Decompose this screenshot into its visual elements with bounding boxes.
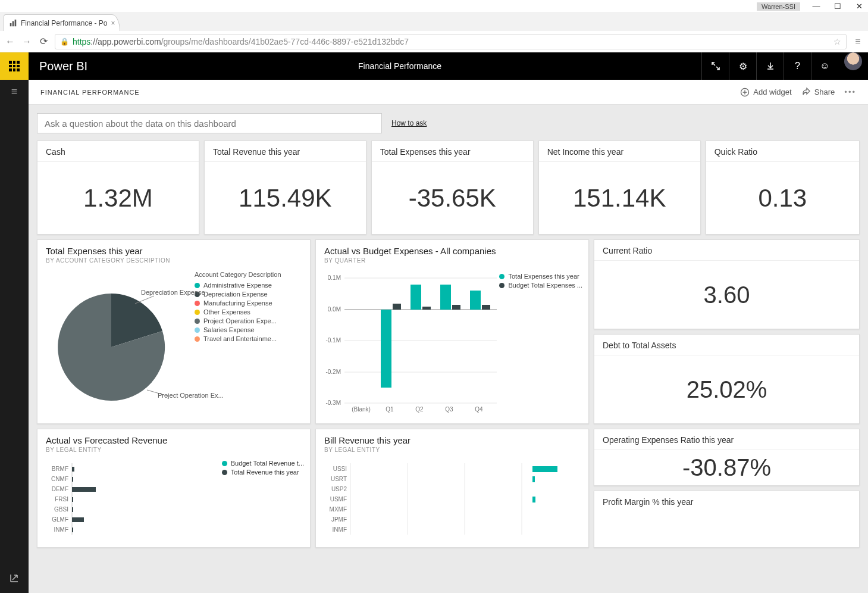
add-widget-button[interactable]: Add widget	[740, 88, 791, 97]
hbar1-legend: Budget Total Revenue t... Total Revenue …	[222, 458, 304, 477]
browser-menu-icon[interactable]: ≡	[853, 36, 863, 47]
svg-text:0.0M: 0.0M	[328, 306, 341, 313]
more-button[interactable]: •••	[844, 88, 856, 96]
svg-text:0.1M: 0.1M	[328, 274, 341, 281]
svg-text:INMF: INMF	[333, 526, 347, 533]
svg-rect-20	[440, 285, 451, 310]
download-button[interactable]	[756, 52, 784, 80]
tab-close-icon[interactable]: ×	[111, 19, 115, 27]
svg-text:GBSI: GBSI	[54, 506, 68, 513]
os-user-tag: Warren-SSI	[757, 2, 800, 11]
url-input[interactable]: 🔒 https ://app.powerbi.com /groups/me/da…	[55, 34, 847, 49]
svg-text:BRMF: BRMF	[52, 466, 68, 472]
app-launcher-button[interactable]	[0, 52, 29, 80]
kpi-tile-profit-margin[interactable]: Profit Margin % this year	[594, 491, 860, 548]
os-title-bar: Warren-SSI — ☐ ✕	[0, 0, 868, 13]
forward-button[interactable]: →	[21, 36, 32, 47]
user-avatar[interactable]	[844, 52, 862, 70]
minimize-button[interactable]: —	[811, 2, 822, 11]
svg-rect-41	[72, 507, 73, 512]
svg-rect-19	[422, 307, 431, 310]
app-top-bar: Power BI Financial Performance ⚙ ? ☺	[0, 52, 868, 80]
tab-title: Financial Performance - Po	[21, 19, 107, 27]
bar-chart-svg: 0.1M 0.0M -0.1M -0.2M -0.3M	[324, 271, 503, 414]
kpi-tile-cash[interactable]: Cash 1.32M	[37, 141, 199, 235]
share-button[interactable]: Share	[801, 88, 835, 97]
svg-text:USMF: USMF	[330, 496, 347, 503]
hbar1-svg: BRMFCNMFDEMF FRSIGBSIGLMFINMF	[46, 460, 224, 544]
svg-text:-0.3M: -0.3M	[325, 400, 341, 406]
browser-toolbar: ← → ⟳ 🔒 https ://app.powerbi.com /groups…	[0, 31, 868, 52]
svg-rect-42	[72, 517, 84, 522]
reload-button[interactable]: ⟳	[38, 36, 49, 47]
tile-expenses-pie[interactable]: Total Expenses this year BY ACCOUNT CATE…	[37, 239, 311, 424]
svg-text:-0.1M: -0.1M	[325, 337, 341, 344]
lock-icon: 🔒	[60, 38, 69, 46]
kpi-tile-opex-ratio[interactable]: Operating Expenses Ratio this year -30.8…	[594, 429, 860, 486]
tile-budget-bars[interactable]: Actual vs Budget Expenses - All companie…	[315, 239, 589, 424]
svg-rect-40	[72, 497, 73, 502]
svg-rect-2	[15, 19, 17, 26]
svg-text:USP2: USP2	[331, 486, 347, 492]
nav-menu-icon[interactable]: ≡	[11, 86, 18, 98]
browser-tab[interactable]: Financial Performance - Po ×	[4, 14, 120, 31]
breadcrumb: FINANCIAL PERFORMANCE	[40, 89, 140, 96]
back-button[interactable]: ←	[5, 36, 15, 47]
svg-rect-57	[532, 497, 535, 503]
svg-rect-1	[12, 21, 14, 26]
svg-text:USSI: USSI	[333, 466, 347, 472]
svg-rect-38	[72, 477, 73, 482]
brand-label: Power BI	[29, 60, 98, 73]
svg-rect-43	[72, 528, 73, 532]
url-path: /groups/me/dashboards/41b02ae5-77cd-446c…	[161, 37, 409, 46]
fullscreen-button[interactable]	[701, 52, 729, 80]
settings-button[interactable]: ⚙	[729, 52, 756, 80]
svg-text:Q2: Q2	[415, 406, 424, 413]
browser-tab-strip: Financial Performance - Po ×	[0, 13, 868, 31]
svg-text:-0.2M: -0.2M	[325, 369, 341, 375]
share-icon	[801, 88, 811, 97]
svg-line-4	[135, 296, 154, 304]
svg-rect-39	[72, 487, 96, 492]
svg-rect-55	[532, 466, 557, 472]
kpi-tile-expenses[interactable]: Total Expenses this year -35.65K	[371, 141, 534, 235]
favicon-icon	[9, 19, 17, 27]
feedback-button[interactable]: ☺	[811, 52, 838, 80]
help-button[interactable]: ?	[784, 52, 811, 80]
dashboard-canvas: How to ask Cash 1.32M Total Revenue this…	[29, 105, 868, 593]
kpi-tile-revenue[interactable]: Total Revenue this year 115.49K	[204, 141, 366, 235]
svg-text:USRT: USRT	[331, 476, 347, 482]
svg-rect-22	[470, 291, 481, 310]
qa-input[interactable]	[37, 113, 382, 133]
kpi-tile-quick-ratio[interactable]: Quick Ratio 0.13	[706, 141, 860, 235]
tile-forecasted-revenue[interactable]: Actual vs Forecasted Revenue BY LEGAL EN…	[37, 429, 311, 548]
hbar2-svg: USSIUSRTUSP2 USMFMXMFJPMFINMF	[324, 460, 580, 544]
svg-rect-17	[393, 304, 401, 310]
tile-bill-revenue[interactable]: Bill Revenue this year BY LEGAL ENTITY U…	[315, 429, 589, 548]
sub-header: FINANCIAL PERFORMANCE Add widget Share •…	[29, 80, 868, 105]
close-window-button[interactable]: ✕	[854, 2, 864, 11]
svg-text:Q4: Q4	[475, 406, 483, 413]
waffle-icon	[9, 61, 20, 71]
svg-text:DEMF: DEMF	[52, 486, 68, 492]
kpi-tile-debt[interactable]: Debt to Total Assets 25.02%	[594, 334, 860, 424]
dashboard-title: Financial Performance	[98, 61, 701, 71]
svg-rect-18	[411, 285, 421, 310]
svg-text:CNMF: CNMF	[51, 476, 68, 482]
svg-text:FRSI: FRSI	[55, 496, 68, 503]
kpi-tile-netincome[interactable]: Net Income this year 151.14K	[538, 141, 701, 235]
svg-text:INMF: INMF	[54, 526, 68, 533]
maximize-button[interactable]: ☐	[832, 2, 843, 11]
svg-rect-16	[381, 310, 391, 388]
svg-rect-0	[10, 23, 12, 26]
bookmark-icon[interactable]: ☆	[833, 37, 841, 46]
svg-text:JPMF: JPMF	[331, 516, 347, 523]
kpi-tile-current-ratio[interactable]: Current Ratio 3.60	[594, 239, 860, 329]
how-to-ask-link[interactable]: How to ask	[391, 119, 427, 127]
left-nav-rail: ≡	[0, 80, 29, 593]
svg-text:GLMF: GLMF	[52, 516, 68, 523]
url-protocol: https	[73, 37, 90, 46]
svg-text:MXMF: MXMF	[330, 506, 347, 513]
svg-text:Q1: Q1	[386, 406, 394, 413]
nav-expand-icon[interactable]	[8, 572, 21, 585]
